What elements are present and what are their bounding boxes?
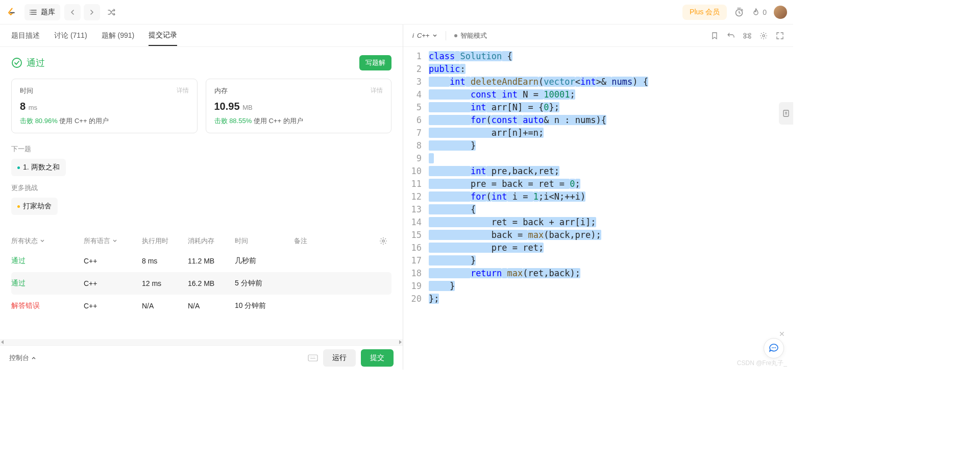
code-line: }	[429, 254, 793, 267]
next-problem-button[interactable]	[84, 4, 100, 20]
help-close-button[interactable]: ✕	[779, 330, 785, 338]
more-challenge-chip[interactable]: 打家劫舍	[11, 198, 58, 215]
filter-lang[interactable]: 所有语言	[84, 236, 142, 246]
shuffle-button[interactable]	[103, 4, 119, 20]
row-time: 10 分钟前	[235, 301, 294, 310]
next-section-label: 下一题	[11, 145, 391, 154]
code-line: back = max(back,pre);	[429, 229, 793, 242]
problem-list-button[interactable]: 题库	[24, 4, 60, 20]
time-stat-card[interactable]: 时间 详情 8 ms 击败 80.96% 使用 C++ 的用户	[11, 79, 198, 133]
time-detail-link[interactable]: 详情	[177, 86, 189, 95]
table-settings-button[interactable]	[379, 237, 391, 245]
undo-button[interactable]	[727, 32, 735, 40]
streak-button[interactable]: 0	[751, 8, 767, 17]
shuffle-icon	[107, 8, 115, 16]
chevron-up-icon	[31, 355, 36, 360]
code-editor[interactable]: 1234567891011121314151617181920 class So…	[403, 47, 793, 370]
svg-rect-5	[783, 110, 789, 116]
command-icon	[743, 32, 751, 40]
more-challenge-title: 打家劫舍	[23, 202, 52, 211]
svg-point-4	[763, 34, 765, 36]
editor-toolbar: i C++ 智能模式	[403, 25, 793, 47]
chevron-down-icon	[40, 238, 45, 244]
prev-problem-button[interactable]	[64, 4, 81, 20]
problem-list-label: 题库	[41, 8, 55, 17]
submit-button[interactable]: 提交	[361, 349, 394, 367]
bookmark-button[interactable]	[710, 32, 719, 40]
settings-button[interactable]	[760, 32, 768, 40]
list-icon	[30, 8, 38, 16]
table-row[interactable]: 通过C++8 ms11.2 MB几秒前	[11, 250, 391, 272]
help-button[interactable]	[764, 338, 784, 358]
code-line: for(int i = 1;i<N;++i)	[429, 190, 793, 203]
tab-solutions[interactable]: 题解 (991)	[102, 31, 135, 45]
row-status: 解答错误	[11, 301, 84, 310]
streak-count: 0	[763, 8, 767, 16]
language-select[interactable]: i C++	[412, 32, 437, 39]
row-runtime: N/A	[142, 302, 188, 310]
row-runtime: 8 ms	[142, 257, 188, 265]
left-tabs: 题目描述 讨论 (711) 题解 (991) 提交记录	[0, 25, 403, 47]
run-button[interactable]: 运行	[323, 349, 356, 367]
code-line: ret = back + arr[i];	[429, 216, 793, 229]
time-label: 时间	[20, 86, 33, 95]
row-time: 几秒前	[235, 256, 294, 266]
leetcode-logo-icon	[6, 7, 16, 17]
top-nav: 题库 Plus 会员 0	[0, 0, 793, 25]
expand-icon	[776, 32, 784, 40]
next-problem-chip[interactable]: 1. 两数之和	[11, 159, 66, 176]
left-pane: 题目描述 讨论 (711) 题解 (991) 提交记录 通过 写题解 时间 详情	[0, 25, 403, 370]
tab-submissions[interactable]: 提交记录	[149, 31, 177, 46]
horizontal-scrollbar[interactable]	[0, 339, 403, 345]
console-toggle[interactable]: 控制台	[9, 353, 36, 363]
code-line	[429, 152, 793, 165]
side-panel-tab[interactable]	[779, 102, 793, 125]
svg-point-1	[12, 58, 21, 67]
code-line: }	[429, 139, 793, 152]
plus-badge[interactable]: Plus 会员	[682, 5, 727, 20]
mem-label: 内存	[214, 86, 228, 95]
table-row[interactable]: 解答错误C++N/AN/A10 分钟前	[11, 295, 391, 317]
submissions-table-head: 所有状态 所有语言 执行用时 消耗内存 时间 备注	[11, 232, 391, 250]
clock-icon	[734, 7, 744, 17]
row-status: 通过	[11, 279, 84, 288]
avatar[interactable]	[774, 6, 787, 19]
svg-point-2	[382, 240, 384, 242]
line-gutter: 1234567891011121314151617181920	[403, 50, 429, 370]
mem-value: 10.95	[214, 101, 240, 112]
result-status-text: 通过	[27, 57, 45, 69]
code-line: public:	[429, 63, 793, 76]
row-memory: N/A	[188, 302, 235, 310]
chevron-left-icon	[69, 9, 76, 15]
col-runtime: 执行用时	[142, 236, 188, 246]
write-solution-button[interactable]: 写题解	[359, 55, 391, 70]
editor-mode[interactable]: 智能模式	[454, 31, 487, 40]
code-line: for(const auto& n : nums){	[429, 114, 793, 127]
col-memory: 消耗内存	[188, 236, 235, 246]
gear-icon	[379, 237, 387, 245]
keyboard-shortcuts-button[interactable]	[308, 354, 318, 362]
code-line: const int N = 10001;	[429, 88, 793, 101]
time-value: 8	[20, 101, 26, 112]
filter-status[interactable]: 所有状态	[11, 236, 84, 246]
chevron-down-icon	[112, 238, 117, 244]
tab-discuss[interactable]: 讨论 (711)	[54, 31, 87, 45]
chevron-down-icon	[432, 33, 437, 38]
divider	[446, 31, 446, 40]
mem-detail-link[interactable]: 详情	[371, 86, 383, 95]
memory-stat-card[interactable]: 内存 详情 10.95 MB 击败 88.55% 使用 C++ 的用户	[206, 79, 392, 133]
fullscreen-button[interactable]	[776, 32, 784, 40]
row-lang: C++	[84, 257, 142, 265]
row-time: 5 分钟前	[235, 279, 294, 288]
next-problem-title: 1. 两数之和	[23, 163, 60, 172]
col-note: 备注	[294, 236, 379, 246]
table-row[interactable]: 通过C++12 ms16.2 MB5 分钟前	[11, 272, 391, 295]
shortcuts-button[interactable]	[743, 32, 751, 40]
difficulty-dot-icon	[17, 205, 20, 208]
watermark: CSDN @Fre丸子_	[737, 359, 787, 368]
timer-button[interactable]	[734, 7, 744, 17]
row-runtime: 12 ms	[142, 279, 188, 287]
tab-description[interactable]: 题目描述	[11, 31, 40, 45]
code-line: pre = back = ret = 0;	[429, 178, 793, 190]
svg-point-6	[772, 347, 773, 348]
